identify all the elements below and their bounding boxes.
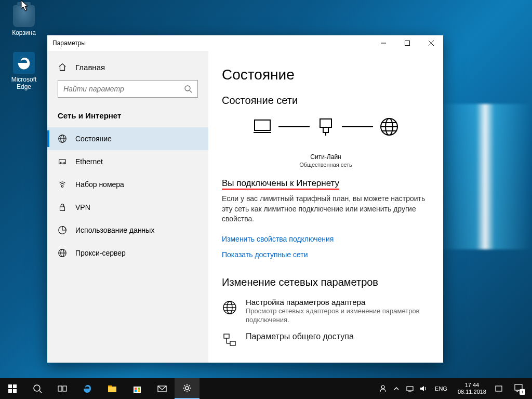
page-title: Состояние	[222, 66, 430, 83]
data-usage-icon	[58, 225, 67, 235]
sidebar-item-label: VPN	[75, 203, 90, 211]
svg-line-5	[190, 90, 192, 92]
svg-rect-1	[405, 41, 410, 46]
svg-rect-60	[515, 384, 522, 390]
network-tray-icon[interactable]	[406, 384, 414, 393]
search-box[interactable]	[58, 80, 198, 98]
svg-rect-48	[108, 385, 112, 387]
svg-rect-41	[8, 389, 12, 393]
svg-rect-45	[58, 386, 62, 391]
sidebar-item-ethernet[interactable]: Ethernet	[47, 150, 208, 173]
home-icon	[58, 62, 67, 72]
change-connection-props-link[interactable]: Изменить свойства подключения	[222, 235, 334, 243]
sidebar-item-proxy[interactable]: Прокси-сервер	[47, 242, 208, 264]
svg-point-4	[185, 86, 190, 91]
option-title: Параметры общего доступа	[246, 332, 354, 341]
home-label: Главная	[75, 63, 105, 72]
store-button[interactable]	[125, 378, 150, 399]
svg-rect-22	[320, 119, 331, 127]
network-diagram	[222, 116, 430, 151]
ethernet-icon	[58, 157, 67, 166]
category-heading: Сеть и Интернет	[58, 106, 198, 127]
edge-shortcut[interactable]: Microsoft Edge	[4, 52, 44, 90]
svg-point-43	[34, 385, 40, 391]
clock[interactable]: 17:44 08.11.2018	[455, 382, 489, 395]
edge-taskbar-button[interactable]	[75, 378, 100, 399]
sidebar-item-label: Набор номера	[75, 180, 124, 189]
svg-rect-46	[63, 386, 66, 391]
taskbar: ENG 17:44 08.11.2018	[0, 378, 532, 399]
globe-icon	[58, 134, 67, 143]
close-button[interactable]	[419, 35, 443, 51]
pc-node	[251, 116, 273, 151]
svg-rect-59	[496, 386, 502, 391]
connector-line	[278, 126, 310, 127]
svg-rect-50	[135, 388, 137, 390]
sidebar-item-label: Использование данных	[75, 226, 154, 234]
sidebar-item-dialup[interactable]: Набор номера	[47, 173, 208, 196]
action-center-button[interactable]	[508, 378, 529, 399]
start-button[interactable]	[0, 378, 25, 399]
svg-rect-35	[224, 334, 229, 338]
system-tray: ENG 17:44 08.11.2018	[376, 378, 532, 399]
svg-rect-39	[8, 384, 12, 388]
people-icon[interactable]	[379, 384, 387, 393]
network-type: Общественная сеть	[222, 162, 430, 168]
svg-rect-23	[323, 127, 328, 132]
sidebar: Главная Сеть и Интернет Состояние Ethern…	[47, 51, 208, 363]
search-button[interactable]	[25, 378, 50, 399]
sidebar-item-label: Ethernet	[75, 157, 103, 166]
search-icon	[184, 85, 192, 93]
tray-chevron-up-icon[interactable]	[392, 384, 401, 393]
settings-window: Параметры Главная Сеть и Интернет	[47, 35, 443, 363]
settings-taskbar-button[interactable]	[175, 378, 200, 399]
svg-rect-20	[255, 120, 270, 130]
sidebar-item-data-usage[interactable]: Использование данных	[47, 219, 208, 242]
language-indicator[interactable]: ENG	[433, 385, 449, 392]
maximize-button[interactable]	[395, 35, 419, 51]
notification-icon	[514, 383, 523, 394]
connected-status: Вы подключены к Интернету	[222, 178, 430, 189]
globe-node	[378, 116, 400, 151]
sidebar-item-vpn[interactable]: VPN	[47, 196, 208, 219]
date-text: 08.11.2018	[458, 389, 486, 395]
show-available-networks-link[interactable]: Показать доступные сети	[222, 250, 308, 259]
svg-rect-51	[138, 388, 140, 390]
svg-point-55	[185, 387, 189, 390]
sharing-settings-option[interactable]: Параметры общего доступа	[222, 332, 430, 348]
input-indicator-icon[interactable]	[495, 384, 503, 393]
task-view-button[interactable]	[50, 378, 75, 399]
svg-rect-42	[13, 389, 17, 393]
change-net-settings-heading: Изменение сетевых параметров	[222, 276, 430, 288]
minimize-button[interactable]	[371, 35, 395, 51]
svg-rect-52	[135, 390, 137, 392]
vpn-icon	[58, 203, 67, 212]
mail-button[interactable]	[150, 378, 175, 399]
window-controls	[371, 35, 443, 51]
file-explorer-button[interactable]	[100, 378, 125, 399]
proxy-icon	[58, 248, 67, 258]
network-name: Сити-Лайн	[222, 153, 430, 161]
dialup-icon	[58, 180, 67, 189]
connector-line	[342, 126, 373, 127]
mouse-cursor	[21, 0, 29, 11]
window-title: Параметры	[47, 39, 371, 47]
adapter-settings-option[interactable]: Настройка параметров адаптера Просмотр с…	[222, 298, 430, 325]
titlebar[interactable]: Параметры	[47, 35, 443, 51]
sidebar-item-status[interactable]: Состояние	[47, 127, 208, 150]
svg-rect-36	[230, 341, 235, 345]
svg-point-56	[381, 385, 384, 389]
search-input[interactable]	[63, 85, 184, 93]
svg-rect-53	[138, 390, 140, 392]
svg-line-44	[39, 391, 42, 393]
svg-rect-15	[60, 207, 65, 210]
sharing-icon	[222, 332, 237, 348]
svg-point-14	[61, 185, 63, 188]
network-status-heading: Состояние сети	[222, 95, 430, 107]
volume-tray-icon[interactable]	[419, 384, 428, 393]
sidebar-item-label: Прокси-сервер	[75, 249, 126, 257]
home-link[interactable]: Главная	[58, 62, 198, 72]
content-pane: Состояние Состояние сети Сити-Лайн	[208, 51, 443, 363]
option-description: Просмотр сетевых адаптеров и изменение п…	[246, 307, 430, 325]
svg-rect-47	[108, 387, 116, 392]
